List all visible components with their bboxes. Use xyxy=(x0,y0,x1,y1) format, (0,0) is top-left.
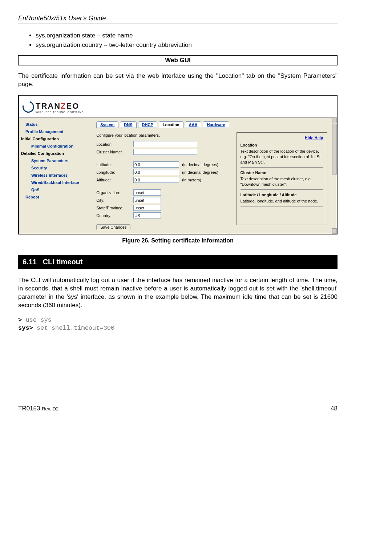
logo-bar: TRANZEO WIRELESS TECHNOLOGIES INC. xyxy=(19,96,337,118)
code-block: > use sys sys> set shell.timeout=300 xyxy=(18,316,338,332)
scroll-thumb[interactable] xyxy=(332,124,337,174)
section-number: 6.11 xyxy=(23,258,37,266)
help-heading-location: Location xyxy=(241,143,323,147)
sidebar-heading-detailed: Detailed Configuration xyxy=(19,150,92,157)
sidebar: Status Profile Management Initial Config… xyxy=(19,118,92,234)
location-input[interactable] xyxy=(133,141,197,147)
tab-location[interactable]: Location xyxy=(159,121,183,128)
cluster-input[interactable] xyxy=(133,149,197,155)
logo-text: TRANZEO xyxy=(36,101,85,111)
country-label: Country: xyxy=(96,213,133,218)
sidebar-item-reboot[interactable]: Reboot xyxy=(19,193,92,201)
main-area: System DNS DHCP Location AAA Hardware Co… xyxy=(92,118,331,234)
logo-text-z: Z xyxy=(61,101,66,111)
tab-dhcp[interactable]: DHCP xyxy=(138,121,157,128)
bullet-item: sys.organization.state – state name xyxy=(36,31,338,40)
longitude-input[interactable] xyxy=(133,169,179,175)
tab-dns[interactable]: DNS xyxy=(120,121,136,128)
form-area: System DNS DHCP Location AAA Hardware Co… xyxy=(96,121,229,230)
intro-paragraph: The certificate information can be set v… xyxy=(18,72,338,89)
location-label: Location: xyxy=(96,142,133,146)
tab-system[interactable]: System xyxy=(96,121,118,128)
help-panel: Hide Help Location Text description of t… xyxy=(237,132,327,225)
sidebar-heading-initial: Initial Configuration xyxy=(19,135,92,142)
logo-subtext: WIRELESS TECHNOLOGIES INC. xyxy=(36,111,85,113)
cli-paragraph: The CLI will automatically log out a use… xyxy=(18,276,338,310)
sidebar-item-minimal-config[interactable]: Minimal Configuration xyxy=(19,142,92,150)
command-text: use sys xyxy=(22,317,52,324)
sidebar-item-wireless-interfaces[interactable]: Wireless Interfaces xyxy=(19,172,92,179)
latitude-input[interactable] xyxy=(133,161,179,168)
help-separator xyxy=(241,167,323,168)
footer-docid: TR0153 Rev. D2 xyxy=(18,405,58,412)
organization-input[interactable] xyxy=(133,189,161,196)
tab-aaa[interactable]: AAA xyxy=(185,121,202,128)
page-footer: TR0153 Rev. D2 48 xyxy=(18,405,338,412)
help-text-cluster: Text description of the mesh cluster, e.… xyxy=(241,176,323,187)
latitude-label: Latitude: xyxy=(96,162,133,167)
city-label: City: xyxy=(96,198,133,202)
vertical-scrollbar[interactable] xyxy=(332,118,337,234)
bullet-list: sys.organization.state – state name sys.… xyxy=(18,31,338,49)
bullet-item: sys.organization.country – two-letter co… xyxy=(36,41,338,49)
save-changes-button[interactable]: Save Changes xyxy=(96,224,130,230)
help-text-location: Text description of the location of the … xyxy=(241,149,323,165)
help-text-latlon: Latitude, longitude, and altitude of the… xyxy=(241,198,323,204)
sidebar-item-qos[interactable]: QoS xyxy=(19,186,92,193)
section-header: 6.11 CLI timeout xyxy=(18,255,338,269)
altitude-label: Altitude: xyxy=(96,178,133,182)
prompt: > xyxy=(18,317,22,324)
logo-text-post: EO xyxy=(66,101,80,111)
logo-text-pre: TRAN xyxy=(36,101,61,111)
longitude-hint: (in decimal degrees) xyxy=(182,170,218,174)
city-input[interactable] xyxy=(133,197,161,203)
help-heading-latlon: Latitude / Longitude / Altitude xyxy=(241,193,323,197)
header-rule xyxy=(18,24,338,24)
country-input[interactable] xyxy=(133,212,161,218)
help-heading-cluster: Cluster Name xyxy=(241,170,323,175)
altitude-input[interactable] xyxy=(133,177,179,183)
latitude-hint: (in decimal degrees) xyxy=(182,162,218,167)
section-title: CLI timeout xyxy=(43,258,83,266)
web-gui-heading: Web GUI xyxy=(18,55,338,65)
prompt: sys> xyxy=(18,325,33,332)
sidebar-item-profile-management[interactable]: Profile Management xyxy=(19,128,92,135)
screenshot-body: Status Profile Management Initial Config… xyxy=(19,118,337,234)
brand-logo: TRANZEO WIRELESS TECHNOLOGIES INC. xyxy=(20,100,85,114)
form-intro-text: Configure your location parameters. xyxy=(96,133,229,137)
sidebar-item-system-parameters[interactable]: System Parameters xyxy=(19,157,92,164)
sidebar-item-status[interactable]: Status xyxy=(19,121,92,128)
longitude-label: Longitude: xyxy=(96,170,133,174)
sidebar-item-security[interactable]: Security xyxy=(19,164,92,172)
help-separator xyxy=(241,206,323,206)
logo-swirl-icon xyxy=(20,100,34,114)
hide-help-link[interactable]: Hide Help xyxy=(241,136,323,140)
doc-header-title: EnRoute50x/51x User's Guide xyxy=(18,15,338,22)
help-separator xyxy=(241,189,323,190)
page-number: 48 xyxy=(331,405,338,412)
sidebar-item-wired-backhaul[interactable]: Wired/Backhaul Interface xyxy=(19,179,92,186)
altitude-hint: (in meters) xyxy=(182,178,201,182)
cluster-label: Cluster Name: xyxy=(96,150,133,154)
command-text: set shell.timeout=300 xyxy=(33,325,114,332)
organization-label: Organization: xyxy=(96,190,133,195)
embedded-screenshot: TRANZEO WIRELESS TECHNOLOGIES INC. Statu… xyxy=(18,95,338,234)
tabs-row: System DNS DHCP Location AAA Hardware xyxy=(96,121,229,128)
tab-hardware[interactable]: Hardware xyxy=(203,121,229,128)
footer-docid-main: TR0153 xyxy=(18,405,42,412)
figure-caption: Figure 26. Setting certificate informati… xyxy=(18,237,338,244)
footer-docid-rev: Rev. D2 xyxy=(42,406,58,411)
state-label: State/Province: xyxy=(96,206,133,210)
state-input[interactable] xyxy=(133,205,161,211)
